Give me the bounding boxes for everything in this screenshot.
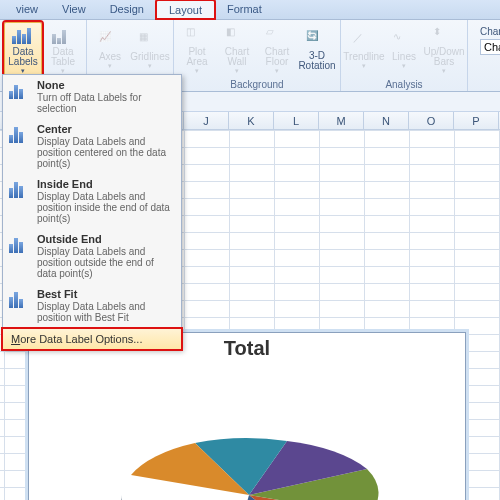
menu-item-desc: Display Data Labels and position centere… [37,136,175,169]
best-fit-icon [7,288,31,310]
chevron-down-icon: ▾ [402,63,406,69]
rotation-button[interactable]: 🔄 3-D Rotation [298,22,336,78]
inside-end-icon [7,178,31,200]
lines-icon: ∿ [393,31,415,51]
chart-name-input[interactable] [480,39,500,55]
trendline-label: Trendline [343,52,384,62]
data-table-label: Data Table [51,47,75,67]
updown-icon: ⬍ [433,26,455,46]
chevron-down-icon: ▾ [362,63,366,69]
group-background: ◫ Plot Area ▾ ◧ Chart Wall ▾ ▱ Chart Flo… [174,20,341,91]
menu-item-inside-end[interactable]: Inside EndDisplay Data Labels and positi… [3,174,181,229]
gridlines-label: Gridlines [130,52,169,62]
plot-area-button[interactable]: ◫ Plot Area ▾ [178,22,216,78]
tab-design[interactable]: Design [98,0,156,19]
chevron-down-icon: ▾ [235,68,239,74]
ribbon-tabs: view View Design Layout Format [0,0,500,20]
rotation-icon: 🔄 [306,30,328,50]
updown-label: Up/Down Bars [423,47,464,67]
plot-area-icon: ◫ [186,26,208,46]
data-labels-icon [12,26,34,46]
menu-item-desc: Turn off Data Labels for selection [37,92,175,114]
trendline-button[interactable]: ／ Trendline ▾ [345,22,383,78]
pie-chart[interactable] [99,375,399,500]
lines-label: Lines [392,52,416,62]
menu-item-outside-end[interactable]: Outside EndDisplay Data Labels and posit… [3,229,181,284]
axes-button[interactable]: 📈 Axes ▾ [91,22,129,78]
gridlines-button[interactable]: ▦ Gridlines ▾ [131,22,169,78]
tab-partial[interactable]: view [4,0,50,19]
chevron-down-icon: ▾ [442,68,446,74]
col-header[interactable]: P [454,112,499,129]
col-header[interactable]: N [364,112,409,129]
chart-floor-label: Chart Floor [265,47,289,67]
updown-button[interactable]: ⬍ Up/Down Bars ▾ [425,22,463,78]
trendline-icon: ／ [353,31,375,51]
chevron-down-icon: ▾ [108,63,112,69]
menu-item-center[interactable]: CenterDisplay Data Labels and position c… [3,119,181,174]
plot-area-label: Plot Area [186,47,207,67]
group-properties: Chart Name: Properties [468,20,500,91]
menu-item-best-fit[interactable]: Best FitDisplay Data Labels and position… [3,284,181,328]
gridlines-icon: ▦ [139,31,161,51]
menu-item-title: Outside End [37,233,175,245]
data-table-icon [52,26,74,46]
menu-item-none[interactable]: NoneTurn off Data Labels for selection [3,75,181,119]
col-header[interactable]: O [409,112,454,129]
menu-item-title: Inside End [37,178,175,190]
chart-title[interactable]: Total [224,337,270,360]
group-label-properties: Properties [472,78,500,90]
axes-icon: 📈 [99,31,121,51]
chart-floor-button[interactable]: ▱ Chart Floor ▾ [258,22,296,78]
data-table-button[interactable]: Data Table ▾ [44,22,82,78]
menu-item-title: Center [37,123,175,135]
axes-label: Axes [99,52,121,62]
menu-item-title: None [37,79,175,91]
rotation-label: 3-D Rotation [298,51,335,71]
chevron-down-icon: ▾ [275,68,279,74]
chart-name-label: Chart Name: [480,26,500,37]
outside-end-icon [7,233,31,255]
lines-button[interactable]: ∿ Lines ▾ [385,22,423,78]
tab-layout[interactable]: Layout [156,0,215,19]
chevron-down-icon: ▾ [148,63,152,69]
menu-item-desc: Display Data Labels and position inside … [37,191,175,224]
data-labels-menu: NoneTurn off Data Labels for selection C… [2,74,182,350]
menu-item-desc: Display Data Labels and position with Be… [37,301,175,323]
col-header[interactable]: K [229,112,274,129]
chart-wall-button[interactable]: ◧ Chart Wall ▾ [218,22,256,78]
menu-item-title: More Data Label Options... [11,333,142,345]
data-labels-label: Data Labels [8,47,37,67]
col-header[interactable]: J [184,112,229,129]
menu-item-desc: Display Data Labels and position outside… [37,246,175,279]
tab-view[interactable]: View [50,0,98,19]
chart-name-box: Chart Name: [472,22,500,78]
chart-floor-icon: ▱ [266,26,288,46]
group-label-background: Background [178,78,336,90]
menu-item-more-options[interactable]: More Data Label Options... [2,328,182,350]
none-icon [7,79,31,101]
menu-item-title: Best Fit [37,288,175,300]
col-header[interactable]: M [319,112,364,129]
group-label-analysis: Analysis [345,78,463,90]
chart-wall-label: Chart Wall [225,47,249,67]
chevron-down-icon: ▾ [195,68,199,74]
chart-wall-icon: ◧ [226,26,248,46]
col-header[interactable]: L [274,112,319,129]
data-labels-button[interactable]: Data Labels ▾ [4,22,42,78]
embedded-chart[interactable]: Total [28,332,466,500]
group-analysis: ／ Trendline ▾ ∿ Lines ▾ ⬍ Up/Down Bars ▾… [341,20,468,91]
tab-format[interactable]: Format [215,0,274,19]
center-icon [7,123,31,145]
